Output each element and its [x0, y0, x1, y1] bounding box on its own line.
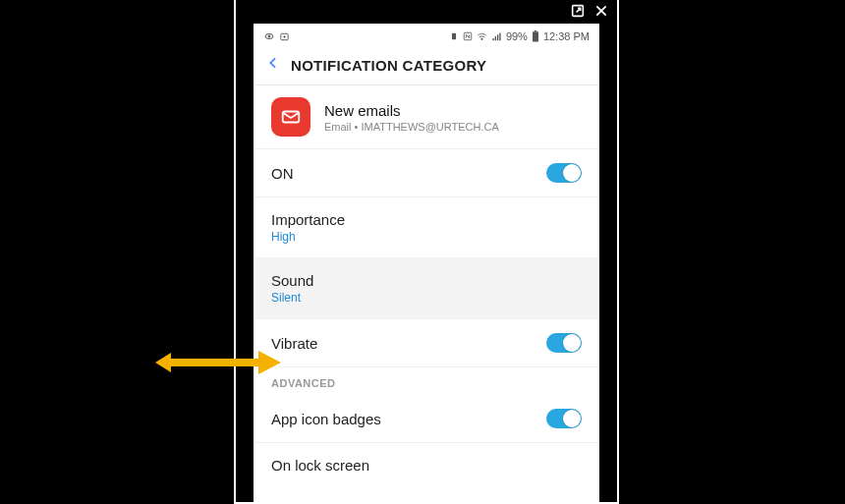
overlay-top-bar — [570, 0, 609, 22]
battery-percent: 99% — [506, 30, 528, 42]
row-sound-value: Silent — [271, 291, 313, 305]
row-sound[interactable]: Sound Silent — [255, 258, 597, 319]
signal-icon — [491, 31, 502, 42]
clock: 12:38 PM — [543, 30, 590, 42]
row-importance[interactable]: Importance High — [255, 197, 597, 258]
svg-rect-9 — [535, 30, 536, 31]
status-bar: 99% 12:38 PM — [255, 26, 597, 45]
battery-saver-icon — [449, 31, 459, 41]
row-on[interactable]: ON — [255, 149, 597, 197]
wifi-icon — [477, 31, 487, 42]
phone-screen-frame: 99% 12:38 PM NOTIFICATION CATEGORY — [254, 24, 599, 504]
row-vibrate-label: Vibrate — [271, 335, 317, 352]
channel-title: New emails — [324, 102, 499, 119]
svg-rect-8 — [533, 31, 538, 41]
close-icon[interactable] — [593, 3, 609, 19]
svg-point-4 — [284, 35, 285, 36]
page-header: NOTIFICATION CATEGORY — [255, 45, 597, 85]
row-importance-value: High — [271, 230, 345, 244]
badges-toggle[interactable] — [546, 409, 582, 428]
phone-screen: 99% 12:38 PM NOTIFICATION CATEGORY — [255, 26, 597, 502]
mail-icon — [271, 97, 310, 137]
row-badges[interactable]: App icon badges — [255, 395, 597, 443]
channel-app-row[interactable]: New emails Email • IMATTHEWS@URTECH.CA — [255, 85, 597, 149]
popout-icon[interactable] — [570, 3, 586, 19]
row-lock-screen[interactable]: On lock screen — [255, 443, 597, 476]
settings-list: New emails Email • IMATTHEWS@URTECH.CA O… — [255, 85, 597, 502]
svg-point-7 — [481, 38, 482, 39]
nfc-icon — [463, 31, 473, 41]
cast-icon — [279, 31, 290, 42]
svg-marker-11 — [155, 353, 171, 372]
row-sound-label: Sound — [271, 272, 313, 289]
svg-point-2 — [268, 35, 270, 37]
svg-rect-5 — [452, 33, 456, 40]
channel-subtitle: Email • IMATTHEWS@URTECH.CA — [324, 121, 499, 133]
vibrate-toggle[interactable] — [546, 333, 582, 353]
row-importance-label: Importance — [271, 211, 345, 228]
page-title: NOTIFICATION CATEGORY — [291, 57, 486, 74]
row-badges-label: App icon badges — [271, 411, 381, 427]
eye-icon — [263, 30, 275, 42]
row-lock-label: On lock screen — [271, 457, 369, 474]
row-on-label: ON — [271, 165, 294, 182]
battery-icon — [532, 30, 539, 42]
row-vibrate[interactable]: Vibrate — [255, 319, 597, 367]
section-advanced: ADVANCED — [255, 367, 597, 395]
on-toggle[interactable] — [546, 163, 582, 183]
back-icon[interactable] — [265, 55, 281, 75]
